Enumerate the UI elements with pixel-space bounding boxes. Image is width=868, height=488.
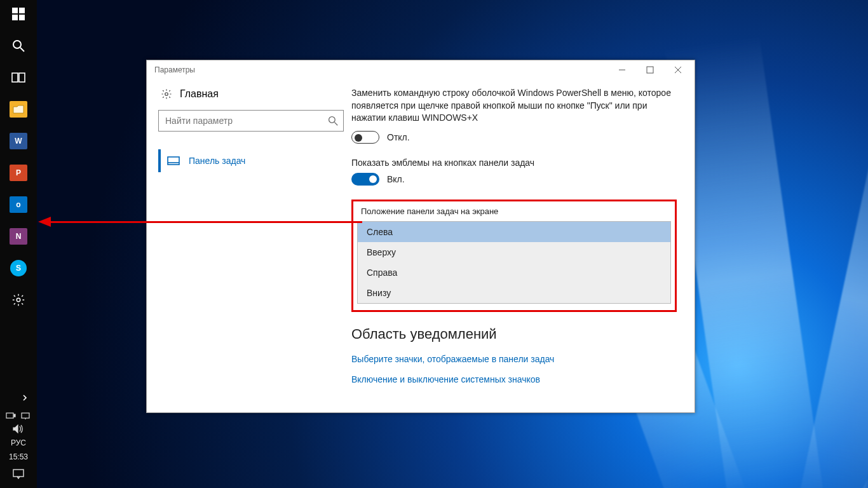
svg-rect-6 (12, 73, 18, 82)
outlook-icon: o (10, 196, 27, 213)
powershell-toggle-label: Откл. (387, 132, 410, 142)
system-icons-link[interactable]: Включение и выключение системных значков (351, 374, 677, 384)
word-button[interactable]: W (0, 131, 37, 151)
network-icon[interactable] (21, 412, 31, 419)
close-icon (674, 66, 682, 74)
skype-icon: S (10, 260, 27, 276)
nav-taskbar-label: Панель задач (189, 156, 245, 166)
settings-content: Заменить командную строку оболочкой Wind… (350, 79, 695, 412)
file-explorer-icon (10, 101, 27, 118)
tray-overflow-button[interactable] (0, 389, 37, 407)
svg-rect-11 (22, 413, 29, 418)
tray-row-1 (6, 412, 31, 419)
onenote-icon: N (10, 228, 27, 245)
powerpoint-button[interactable]: P (0, 163, 37, 183)
tray-volume[interactable] (13, 424, 24, 433)
select-icons-link[interactable]: Выберите значки, отображаемые в панели з… (351, 354, 677, 364)
badges-description: Показать эмблемы на кнопках панели задач (351, 158, 677, 168)
task-view-button[interactable] (0, 67, 37, 88)
window-titlebar[interactable]: Параметры (147, 60, 695, 79)
svg-rect-21 (168, 157, 179, 165)
svg-point-19 (329, 117, 336, 123)
home-label: Главная (180, 88, 219, 100)
taskbar-icon (167, 156, 180, 165)
chevron-right-icon (22, 395, 28, 401)
svg-rect-2 (12, 15, 18, 20)
search-icon (328, 116, 338, 126)
svg-rect-15 (647, 67, 653, 73)
language-indicator[interactable]: РУС (11, 438, 26, 447)
minimize-button[interactable] (608, 60, 636, 79)
powerpoint-icon: P (10, 165, 27, 181)
file-explorer-button[interactable] (0, 99, 37, 119)
notification-icon (13, 469, 24, 479)
volume-icon (13, 424, 24, 433)
skype-button[interactable]: S (0, 258, 37, 278)
svg-rect-1 (19, 8, 25, 13)
close-button[interactable] (664, 60, 692, 79)
window-body: Главная Панель задач Заменить командную … (147, 79, 695, 412)
svg-line-5 (20, 48, 24, 51)
svg-rect-7 (19, 73, 25, 82)
taskbar: W P o N S (0, 0, 37, 488)
powershell-description: Заменить командную строку оболочкой Wind… (351, 87, 677, 125)
option-top[interactable]: Вверху (358, 242, 670, 262)
desktop: W P o N S (0, 0, 868, 488)
taskbar-position-label: Положение панели задач на экране (357, 205, 671, 221)
action-center-button[interactable] (0, 466, 37, 482)
word-icon: W (10, 133, 27, 149)
taskbar-system-tray: РУС 15:53 (0, 385, 37, 488)
taskbar-apps: W P o N S (0, 0, 37, 385)
task-view-icon (11, 72, 25, 83)
svg-line-20 (334, 122, 337, 125)
powershell-toggle-row: Откл. (351, 131, 677, 144)
gear-icon (161, 88, 172, 100)
search-settings-input[interactable] (165, 116, 322, 126)
svg-rect-13 (13, 470, 24, 477)
maximize-icon (646, 66, 654, 74)
svg-rect-0 (12, 8, 18, 13)
badges-toggle[interactable] (351, 173, 379, 186)
window-title: Параметры (154, 65, 195, 74)
taskbar-position-highlight: Положение панели задач на экране Слева В… (351, 200, 677, 312)
minimize-icon (618, 66, 626, 74)
badges-toggle-row: Вкл. (351, 173, 677, 186)
svg-point-4 (13, 41, 21, 48)
maximize-button[interactable] (636, 60, 664, 79)
windows-icon (12, 8, 25, 20)
search-settings-box[interactable] (158, 110, 344, 132)
option-bottom[interactable]: Внизу (358, 283, 670, 303)
svg-point-18 (165, 93, 168, 96)
settings-button[interactable] (0, 290, 37, 310)
search-button[interactable] (0, 36, 37, 56)
notification-area-header: Область уведомлений (351, 326, 677, 342)
gear-icon (11, 293, 25, 307)
option-left[interactable]: Слева (358, 222, 670, 242)
search-icon (12, 39, 25, 52)
window-controls (608, 60, 692, 79)
settings-window: Параметры Главн (146, 60, 695, 413)
svg-rect-9 (6, 413, 13, 418)
svg-rect-3 (19, 15, 25, 20)
taskbar-position-dropdown[interactable]: Слева Вверху Справа Внизу (357, 221, 671, 304)
option-right[interactable]: Справа (358, 262, 670, 283)
clock[interactable]: 15:53 (9, 452, 28, 461)
nav-taskbar[interactable]: Панель задач (158, 149, 344, 172)
home-button[interactable]: Главная (158, 88, 344, 100)
settings-sidebar: Главная Панель задач (147, 79, 350, 412)
powershell-toggle[interactable] (351, 131, 379, 144)
arrow-head-icon (38, 217, 51, 227)
start-button[interactable] (0, 4, 37, 24)
svg-point-8 (17, 298, 20, 302)
onenote-button[interactable]: N (0, 226, 37, 247)
outlook-button[interactable]: o (0, 194, 37, 215)
badges-toggle-label: Вкл. (387, 174, 405, 184)
svg-rect-10 (14, 414, 15, 417)
battery-icon[interactable] (6, 412, 16, 419)
